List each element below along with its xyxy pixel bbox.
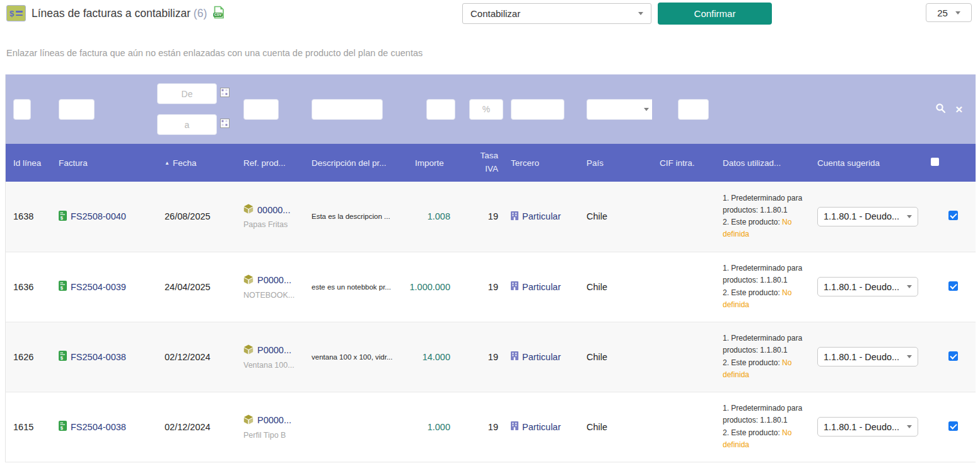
column-header-cif[interactable]: CIF intra. [652,144,715,182]
thirdparty-cell: Particular [503,322,579,392]
invoice-link[interactable]: FS2504-0039 [71,282,126,292]
column-header-id[interactable]: Id línea [6,144,51,182]
building-icon [511,281,518,292]
column-header-thirdparty[interactable]: Tercero [503,144,579,182]
chevron-down-icon [638,12,643,15]
thirdparty-link[interactable]: Particular [522,422,561,432]
row-checkbox[interactable] [948,351,958,361]
suggested-account-cell: 1.1.80.1 - Deudo... [810,252,923,322]
product-ref-link[interactable]: 00000... [257,205,290,215]
calendar-icon[interactable] [220,119,230,131]
page-size-value: 25 [937,8,948,18]
row-checkbox-cell [923,252,976,322]
product-ref-link[interactable]: P0000... [257,345,291,355]
column-header-description[interactable]: Descripción del pr... [304,144,407,182]
filter-date-to-input[interactable] [157,114,217,135]
clear-filters-icon[interactable]: ✕ [955,105,963,114]
product-cube-icon [243,344,254,356]
thirdparty-link[interactable]: Particular [522,352,561,362]
invoice-icon: $ [59,211,67,223]
record-count: (6) [194,7,207,20]
line-id-cell: 1626 [6,322,51,392]
column-header-vat-label: Tasa IVA [474,149,498,176]
page-size-select[interactable]: 25 [926,3,972,22]
svg-text:CSV: CSV [214,13,222,16]
mass-action-value: Contabilizar [470,8,520,19]
filter-amount-input[interactable] [426,99,455,120]
filter-date-from-input[interactable] [157,83,217,104]
table-header-row: Id línea Factura ▲Fecha Ref. prod... Des… [6,144,976,182]
table-row: 1636 $ FS2504-0039 24/04/2025 [6,252,976,322]
chevron-down-icon [907,285,912,288]
vat-cell: 19 [455,252,503,322]
suggested-account-select[interactable]: 1.1.80.1 - Deudo... [817,277,918,296]
filter-vat-input[interactable] [469,99,503,120]
invoice-link[interactable]: FS2504-0038 [71,422,126,432]
invoice-icon: $ [59,281,67,293]
description-cell [304,392,407,462]
row-checkbox[interactable] [948,421,958,431]
column-header-data-used[interactable]: Datos utilizad... [715,144,810,182]
table-row: 1638 $ FS2508-0040 26/08/2025 [6,182,976,252]
row-checkbox[interactable] [948,281,958,291]
invoice-cell: $ FS2508-0040 [51,182,157,252]
product-cube-icon [243,414,254,426]
calendar-icon[interactable] [220,88,230,100]
building-icon [511,211,518,222]
chevron-down-icon [907,355,912,358]
cif-cell [652,392,715,462]
product-cube-icon [243,274,254,286]
search-icon[interactable] [935,103,946,116]
column-header-suggested-account[interactable]: Cuenta sugerida [810,144,923,182]
filter-product-ref-input[interactable] [243,99,279,120]
csv-export-icon[interactable]: CSV [213,6,225,21]
line-id-cell: 1615 [6,392,51,462]
column-header-product-ref[interactable]: Ref. prod... [236,144,304,182]
product-ref-link[interactable]: P0000... [257,275,291,285]
country-cell: Chile [579,252,652,322]
filter-thirdparty-input[interactable] [511,99,564,120]
filter-id-input[interactable] [13,99,31,120]
product-ref-link[interactable]: P0000... [257,415,291,425]
date-cell: 26/08/2025 [157,182,236,252]
select-all-checkbox[interactable] [923,144,976,182]
invoice-cell: $ FS2504-0038 [51,322,157,392]
mass-action-bar: Contabilizar Confirmar [462,3,772,25]
filter-invoice-input[interactable] [59,99,95,120]
suggested-account-select[interactable]: 1.1.80.1 - Deudo... [817,207,918,226]
product-cell: P0000... Perfil Tipo B [236,392,304,462]
row-checkbox[interactable] [948,211,958,220]
column-header-amount[interactable]: Importe [407,144,455,182]
suggested-account-select[interactable]: 1.1.80.1 - Deudo... [817,417,918,437]
suggested-account-select[interactable]: 1.1.80.1 - Deudo... [817,347,918,366]
amount-cell: 1.008 [407,182,455,252]
filter-country-select[interactable] [586,99,656,120]
country-cell: Chile [579,182,652,252]
thirdparty-cell: Particular [503,252,579,322]
column-header-date[interactable]: ▲Fecha [157,144,236,182]
product-cell: 00000... Papas Fritas [236,182,304,252]
mass-action-select[interactable]: Contabilizar [462,3,651,24]
thirdparty-link[interactable]: Particular [522,211,561,221]
filter-description-input[interactable] [312,99,383,120]
date-cell: 02/12/2024 [157,392,236,462]
description-cell: Esta es la descripcion ... [304,182,407,252]
sort-asc-icon: ▲ [165,160,170,166]
product-cell: P0000... NOTEBOOK... [236,252,304,322]
product-cell: P0000... Ventana 100... [236,322,304,392]
invoice-link[interactable]: FS2508-0040 [71,211,126,221]
filter-cif-input[interactable] [678,99,709,120]
column-header-country[interactable]: País [579,144,652,182]
product-account-note: 2. Este producto: No definida [723,357,806,381]
confirm-button[interactable]: Confirmar [658,3,772,25]
amount-cell: 1.000 [407,392,455,462]
data-used-cell: 1. Predeterminado para productos: 1.1.80… [715,392,810,462]
column-header-vat[interactable]: Tasa IVA [455,144,503,182]
column-header-invoice[interactable]: Factura [51,144,157,182]
product-label: Perfil Tipo B [243,431,304,440]
suggested-account-cell: 1.1.80.1 - Deudo... [810,392,923,462]
thirdparty-link[interactable]: Particular [522,282,561,292]
page-header: $ Líneas de facturas a contabilizar (6) … [6,5,225,21]
chevron-down-icon [644,108,649,111]
invoice-link[interactable]: FS2504-0038 [71,352,126,362]
